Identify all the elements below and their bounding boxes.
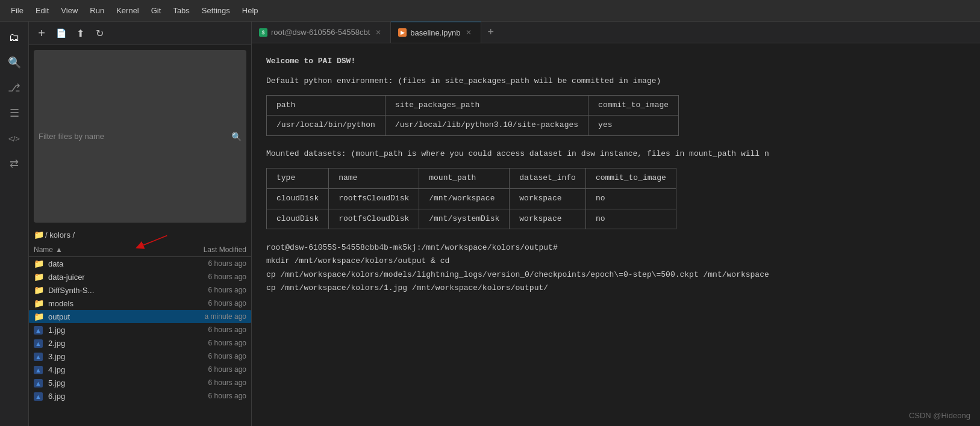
menu-file[interactable]: File (5, 4, 30, 17)
icon-sidebar: 🗂 🔍 ⎇ ☰ </> ⇄ (0, 22, 29, 426)
menu-git[interactable]: Git (145, 4, 167, 17)
table-cell: cloudDisk (267, 188, 329, 209)
menu-run[interactable]: Run (84, 4, 110, 17)
table-python-env: pathsite_packages_pathcommit_to_image/us… (266, 95, 679, 137)
tab-terminal[interactable]: $ root@dsw-610556-54558cbt ✕ (252, 22, 391, 43)
table-header-cell: dataset_info (510, 168, 586, 188)
menu-settings[interactable]: Settings (196, 4, 236, 17)
tab-add-button[interactable]: + (481, 26, 500, 39)
main-layout: 🗂 🔍 ⎇ ☰ </> ⇄ + 📄 ⬆ ↻ 🔍 📁 / kolors / Nam… (0, 22, 980, 426)
tab-notebook-close[interactable]: ✕ (464, 28, 473, 37)
list-item[interactable]: ▲1.jpg6 hours ago (29, 323, 251, 336)
file-modified-time: 6 hours ago (180, 259, 246, 268)
table-header-cell: path (267, 95, 385, 116)
file-modified-time: 6 hours ago (180, 326, 246, 334)
table-cell: workspace (510, 188, 586, 209)
sidebar-btn-git[interactable]: ⎇ (4, 77, 25, 99)
notebook-title: Welcome to PAI DSW! (266, 55, 966, 68)
file-name: 6.jpg (48, 392, 180, 401)
file-name: 1.jpg (48, 326, 180, 335)
image-file-icon: ▲ (34, 325, 46, 335)
file-modified-time: 6 hours ago (180, 286, 246, 294)
table-cell: no (585, 188, 676, 209)
sidebar-btn-shuffle[interactable]: ⇄ (4, 153, 25, 174)
table-header-cell: site_packages_path (385, 95, 588, 116)
table-cell: /mnt/workspace (419, 188, 510, 209)
notebook-desc2: Mounted datasets: (mount_path is where y… (266, 148, 966, 161)
terminal-line: root@dsw-61055S-54558cbb4b-mk5kj:/mnt/wo… (266, 241, 966, 255)
column-name[interactable]: Name ▲ (34, 245, 180, 254)
table-header-cell: commit_to_image (585, 168, 676, 188)
file-list-header: Name ▲ Last Modified (29, 243, 251, 257)
menu-kernel[interactable]: Kernel (110, 4, 145, 17)
column-name-label: Name (34, 245, 53, 254)
list-item[interactable]: 📁models6 hours ago (29, 297, 251, 310)
folder-icon: 📁 (34, 312, 46, 321)
file-name: 3.jpg (48, 352, 180, 361)
table-row: cloudDiskrootfsCloudDisk/mnt/systemDiskw… (267, 209, 676, 229)
menu-edit[interactable]: Edit (30, 4, 55, 17)
file-name: data (48, 259, 180, 268)
tab-terminal-close[interactable]: ✕ (373, 28, 383, 37)
image-file-icon: ▲ (34, 365, 46, 374)
table-header-cell: name (329, 168, 419, 188)
list-item[interactable]: 📁data6 hours ago (29, 257, 251, 270)
table-cell: rootfsCloudDisk (329, 209, 419, 229)
list-item[interactable]: ▲5.jpg6 hours ago (29, 376, 251, 389)
column-modified-label: Last Modified (204, 245, 246, 254)
file-modified-time: 6 hours ago (180, 273, 246, 281)
file-name: data-juicer (48, 273, 180, 282)
refresh-button[interactable]: ↻ (92, 25, 107, 41)
terminal-line: mkdir /mnt/workspace/kolors/output & cd (266, 255, 966, 268)
folder-icon: 📁 (34, 272, 46, 282)
list-item[interactable]: ▲2.jpg6 hours ago (29, 336, 251, 350)
list-item[interactable]: 📁data-juicer6 hours ago (29, 270, 251, 283)
search-box: 🔍 (34, 50, 246, 223)
table-mounted-datasets: typenamemount_pathdataset_infocommit_to_… (266, 168, 676, 229)
table-header-cell: mount_path (419, 168, 510, 188)
table-row: /usr/local/bin/python/usr/local/lib/pyth… (267, 116, 679, 136)
menu-tabs[interactable]: Tabs (167, 4, 195, 17)
table-cell: rootfsCloudDisk (329, 188, 419, 209)
content-area: Welcome to PAI DSW! Default python envir… (252, 43, 980, 426)
list-item[interactable]: ▲6.jpg6 hours ago (29, 389, 251, 403)
menubar: File Edit View Run Kernel Git Tabs Setti… (0, 0, 980, 22)
new-folder-button[interactable]: + (34, 25, 49, 41)
search-icon: 🔍 (231, 132, 242, 141)
sidebar-btn-search[interactable]: 🔍 (4, 52, 25, 73)
file-panel: + 📄 ⬆ ↻ 🔍 📁 / kolors / Name ▲ Last Modif… (29, 22, 252, 426)
tab-bar: $ root@dsw-610556-54558cbt ✕ ▶ baseline.… (252, 22, 980, 43)
file-modified-time: 6 hours ago (180, 339, 246, 347)
breadcrumb-text: / kolors / (45, 230, 75, 239)
terminal-line: cp /mnt/workspace/kolors/1.jpg /mnt/work… (266, 282, 966, 295)
terminal-line: cp /mnt/workspace/kolors/models/lightnin… (266, 268, 966, 282)
file-name: 5.jpg (48, 378, 180, 387)
file-name: 4.jpg (48, 365, 180, 374)
column-last-modified: Last Modified (180, 245, 246, 254)
upload-button[interactable]: ⬆ (72, 25, 88, 41)
file-name: models (48, 299, 180, 308)
file-name: output (48, 312, 180, 321)
table-cell: no (585, 209, 676, 229)
sidebar-btn-folder[interactable]: 🗂 (4, 26, 25, 48)
sidebar-btn-code[interactable]: </> (4, 128, 25, 149)
file-modified-time: 6 hours ago (180, 378, 246, 387)
sort-indicator: ▲ (55, 245, 63, 254)
list-item[interactable]: ▲3.jpg6 hours ago (29, 350, 251, 363)
search-input[interactable] (39, 132, 231, 141)
file-modified-time: 6 hours ago (180, 352, 246, 360)
list-item[interactable]: 📁DiffSynth-S...6 hours ago (29, 283, 251, 297)
terminal-icon: $ (259, 28, 267, 37)
new-file-button[interactable]: 📄 (53, 25, 69, 41)
folder-icon: 📁 (34, 259, 46, 268)
menu-view[interactable]: View (55, 4, 84, 17)
file-panel-toolbar: + 📄 ⬆ ↻ (29, 22, 251, 45)
file-name: DiffSynth-S... (48, 286, 180, 295)
sidebar-btn-menu[interactable]: ☰ (4, 102, 25, 124)
tab-notebook[interactable]: ▶ baseline.ipynb ✕ (391, 22, 481, 43)
list-item[interactable]: 📁outputa minute ago (29, 310, 251, 323)
menu-help[interactable]: Help (236, 4, 264, 17)
table-cell: yes (588, 116, 679, 136)
list-item[interactable]: ▲4.jpg6 hours ago (29, 363, 251, 376)
tab-terminal-label: root@dsw-610556-54558cbt (271, 28, 370, 37)
